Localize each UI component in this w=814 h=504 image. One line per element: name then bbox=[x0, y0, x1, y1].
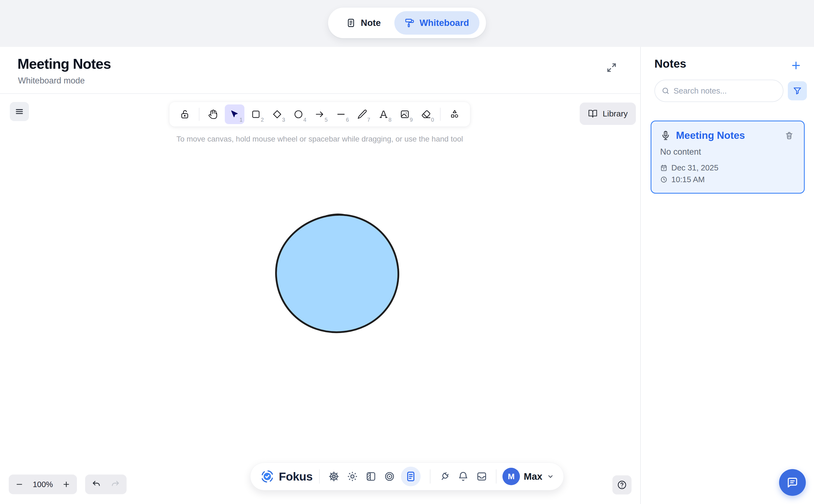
document-header: Meeting Notes Whiteboard mode bbox=[0, 47, 640, 94]
plus-icon bbox=[790, 60, 802, 71]
text-icon bbox=[378, 109, 389, 119]
layout-panel-icon bbox=[365, 471, 377, 482]
whiteboard-mode-button[interactable]: Whiteboard bbox=[394, 11, 479, 35]
tool-line[interactable]: 6 bbox=[331, 104, 351, 124]
zoom-level-value[interactable]: 100% bbox=[28, 480, 58, 489]
canvas-hint-text: To move canvas, hold mouse wheel or spac… bbox=[176, 135, 463, 143]
app-root: Note Whiteboard Meeting Notes Whiteboard… bbox=[0, 0, 814, 504]
dock-divider bbox=[496, 469, 496, 484]
dock-notes-button[interactable] bbox=[401, 467, 421, 486]
chat-bubble-icon bbox=[786, 476, 799, 489]
note-card-date-row: Dec 31, 2025 bbox=[660, 163, 795, 172]
note-card-title: Meeting Notes bbox=[676, 130, 745, 141]
sun-icon bbox=[347, 471, 358, 482]
target-icon bbox=[384, 471, 395, 482]
redo-button[interactable] bbox=[107, 476, 124, 493]
dock-layout-panel-button[interactable] bbox=[364, 467, 378, 486]
search-box bbox=[654, 80, 783, 102]
tool-text[interactable]: 8 bbox=[374, 104, 393, 124]
user-name: Max bbox=[524, 471, 542, 482]
help-button[interactable] bbox=[612, 475, 632, 494]
brand-name: Fokus bbox=[279, 470, 313, 483]
tool-arrow[interactable]: 5 bbox=[310, 104, 330, 124]
library-button[interactable]: Library bbox=[580, 103, 636, 125]
zoom-controls: 100% bbox=[9, 475, 77, 494]
clock-icon bbox=[660, 176, 668, 183]
cursor-arrow-icon bbox=[230, 110, 239, 119]
expand-diagonal-icon bbox=[606, 62, 618, 74]
hamburger-icon bbox=[14, 107, 24, 116]
note-card-preview: No content bbox=[660, 147, 795, 157]
tool-image[interactable]: 9 bbox=[395, 104, 415, 124]
add-note-button[interactable] bbox=[789, 59, 803, 72]
undo-button[interactable] bbox=[88, 476, 104, 493]
undo-icon bbox=[91, 479, 101, 489]
tool-selection[interactable]: 1 bbox=[225, 104, 244, 124]
dock-settings-wheel-button[interactable] bbox=[327, 467, 341, 486]
mode-toggle: Note Whiteboard bbox=[328, 8, 486, 38]
dock-integrations-button[interactable] bbox=[438, 467, 452, 486]
rectangle-icon bbox=[251, 109, 261, 119]
user-menu[interactable]: M Max bbox=[501, 468, 555, 485]
chevron-down-icon bbox=[547, 473, 554, 480]
chat-fab-button[interactable] bbox=[779, 469, 806, 496]
trash-icon bbox=[785, 131, 794, 140]
fokus-logo-icon bbox=[260, 469, 274, 484]
dock-divider bbox=[319, 469, 320, 484]
whiteboard-canvas[interactable]: 1 2 3 4 5 bbox=[0, 94, 640, 503]
delete-note-button[interactable] bbox=[783, 130, 795, 142]
tool-draw[interactable]: 7 bbox=[352, 104, 372, 124]
dock-brightness-button[interactable] bbox=[345, 467, 360, 486]
page-title: Meeting Notes bbox=[17, 56, 111, 72]
image-icon bbox=[400, 109, 410, 119]
dock-notifications-button[interactable] bbox=[456, 467, 470, 486]
main-area: Meeting Notes Whiteboard mode bbox=[0, 47, 640, 504]
zoom-out-button[interactable] bbox=[11, 476, 28, 493]
arrow-right-icon bbox=[315, 109, 325, 119]
tool-diamond[interactable]: 3 bbox=[267, 104, 287, 124]
microphone-icon bbox=[660, 130, 671, 141]
tool-shapes[interactable] bbox=[445, 104, 464, 124]
tool-eraser[interactable]: 0 bbox=[416, 104, 436, 124]
plus-icon bbox=[62, 480, 71, 489]
sort-button[interactable] bbox=[811, 81, 814, 100]
search-input[interactable] bbox=[674, 86, 776, 95]
dock-focus-target-button[interactable] bbox=[382, 467, 397, 486]
eraser-icon bbox=[421, 109, 431, 119]
note-card-time: 10:15 AM bbox=[671, 175, 705, 184]
dock-divider bbox=[430, 469, 430, 484]
note-card-time-row: 10:15 AM bbox=[660, 175, 795, 184]
whiteboard-mode-label: Whiteboard bbox=[420, 18, 469, 28]
canvas-menu-button[interactable] bbox=[10, 102, 29, 121]
line-icon bbox=[336, 109, 346, 119]
bell-icon bbox=[457, 471, 469, 482]
note-mode-label: Note bbox=[361, 18, 381, 28]
dock-inbox-button[interactable] bbox=[475, 467, 489, 486]
toolbar-divider bbox=[199, 108, 199, 121]
note-card[interactable]: Meeting Notes No content Dec 31, 2025 10… bbox=[651, 121, 805, 194]
redo-icon bbox=[110, 479, 120, 489]
calendar-icon bbox=[660, 164, 668, 172]
book-open-icon bbox=[588, 109, 598, 119]
tool-hand[interactable] bbox=[203, 104, 223, 124]
page-subtitle: Whiteboard mode bbox=[18, 76, 85, 86]
note-card-header: Meeting Notes bbox=[660, 130, 795, 142]
toolbar-divider bbox=[440, 108, 441, 121]
inbox-tray-icon bbox=[476, 471, 487, 482]
tool-lock[interactable] bbox=[175, 104, 195, 124]
avatar: M bbox=[502, 468, 520, 485]
unlock-icon bbox=[180, 109, 190, 119]
sidebar-title: Notes bbox=[654, 57, 686, 70]
canvas-shape-ellipse[interactable] bbox=[273, 212, 401, 334]
question-circle-icon bbox=[617, 479, 627, 490]
ship-wheel-icon bbox=[328, 471, 340, 482]
tool-ellipse[interactable]: 4 bbox=[289, 104, 308, 124]
minus-icon bbox=[15, 480, 24, 489]
filter-button[interactable] bbox=[788, 81, 807, 100]
hand-icon bbox=[208, 109, 219, 119]
note-mode-button[interactable]: Note bbox=[341, 11, 386, 35]
zoom-in-button[interactable] bbox=[58, 476, 75, 493]
expand-button[interactable] bbox=[603, 59, 620, 76]
tool-rectangle[interactable]: 2 bbox=[246, 104, 266, 124]
note-card-date: Dec 31, 2025 bbox=[671, 163, 719, 172]
